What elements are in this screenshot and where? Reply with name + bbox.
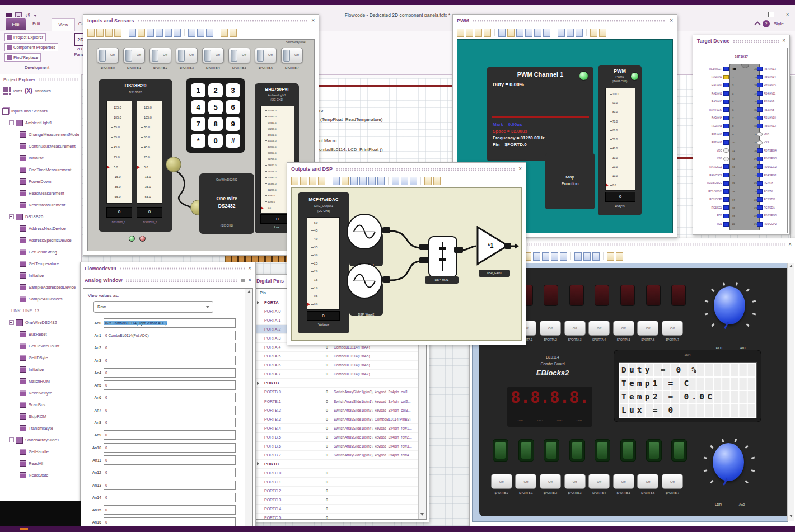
tree-item[interactable]: SwitchArraySlide1 xyxy=(2,434,80,446)
chip-pin[interactable]: RA5/AN4 xyxy=(698,114,729,123)
channel-value-field[interactable]: 0 xyxy=(104,481,236,490)
style-button[interactable]: Style xyxy=(774,21,784,26)
background-scrollbar[interactable] xyxy=(790,76,795,262)
off-toggle-button[interactable]: Off xyxy=(637,474,658,489)
channel-value-field[interactable]: 0 xyxy=(104,406,236,415)
icons-grid-icon[interactable] xyxy=(3,87,11,95)
toolbar-icon[interactable] xyxy=(156,29,163,37)
tree-expander-icon[interactable] xyxy=(9,120,14,125)
tree-item[interactable]: PowerDown xyxy=(2,176,80,187)
toolbar-icon[interactable] xyxy=(105,29,113,37)
chip-pin[interactable]: RB0/AN12 xyxy=(757,122,786,130)
toolbar-icon[interactable] xyxy=(507,29,515,37)
ldr-knob[interactable] xyxy=(704,436,752,489)
keypad-key[interactable]: 8 xyxy=(208,117,223,131)
keypad-key[interactable]: # xyxy=(226,134,240,148)
sensor-link-2[interactable]: DS18B20_2 xyxy=(134,221,166,224)
chip-pin[interactable]: RD2/CCP2 xyxy=(757,220,786,228)
chip-pin[interactable]: RB1/AN10 xyxy=(757,114,786,123)
chip-pin[interactable]: RD5/SEG2 xyxy=(757,163,786,171)
chip-pin[interactable]: RB6/AN14 xyxy=(757,73,786,82)
close-window-icon[interactable]: × xyxy=(518,166,522,172)
chip-pin[interactable]: RB7/AN13 xyxy=(757,65,786,73)
knob-ball[interactable] xyxy=(713,443,744,481)
toolbar-icon[interactable] xyxy=(525,29,532,37)
digital-pin-row[interactable]: PORTC.5 0 xyxy=(255,514,418,522)
chip-pin[interactable]: RA2/AN2 xyxy=(698,90,729,98)
toolbar-icon[interactable] xyxy=(533,252,540,261)
toolbar-icon[interactable] xyxy=(475,29,482,37)
close-window-icon[interactable]: × xyxy=(788,242,792,247)
off-toggle-button[interactable]: Off xyxy=(564,321,586,336)
variables-icon[interactable]: {X} xyxy=(25,88,32,94)
chip-pin[interactable]: RB3/AN9 xyxy=(757,97,786,106)
toolbar-icon[interactable] xyxy=(291,177,298,185)
toolbar-icon[interactable] xyxy=(359,177,367,185)
toolbar-icon[interactable] xyxy=(165,29,172,37)
inputs-window-titlebar[interactable]: Inputs and Sensors × xyxy=(83,15,319,27)
digital-pin-row[interactable]: PORTB.1 0 SwitchArraySlide1(pin1), keypa… xyxy=(255,397,418,406)
keypad-key[interactable]: 3 xyxy=(226,83,240,97)
ribbon-button[interactable]: Find/Replace xyxy=(4,53,41,62)
chip-pin[interactable]: RA6/OSC2 xyxy=(698,171,729,180)
tree-expander-icon[interactable] xyxy=(9,437,14,442)
digital-pin-row[interactable]: PORTB.3 0 SwitchArraySlide1(pin3), Combo… xyxy=(255,415,418,424)
chip-pin[interactable]: RA1/AN1 xyxy=(698,81,729,90)
chip-pin[interactable]: RD7/SEG4 xyxy=(757,147,786,155)
slide-switch[interactable]: Off xyxy=(281,48,303,63)
channel-value-field[interactable]: 0 xyxy=(104,418,236,427)
flowcode-doc-titlebar[interactable]: Flowcodev19 × xyxy=(81,262,255,275)
digital-pin-row[interactable]: PORTA.7 0 ComboBL0114(PinA7) xyxy=(255,370,418,379)
toolbar-icon[interactable] xyxy=(570,252,571,260)
toolbar-icon[interactable] xyxy=(551,252,558,261)
close-window-icon[interactable]: × xyxy=(248,266,251,271)
tree-item[interactable]: MatchROM xyxy=(2,375,80,387)
keypad-key[interactable]: 5 xyxy=(208,100,223,114)
chip-pin[interactable]: RC5/SDO xyxy=(757,196,786,204)
off-toggle-button[interactable]: Off xyxy=(613,474,634,489)
help-icon[interactable]: ? xyxy=(763,20,770,27)
digital-pin-row[interactable]: PORTA.6 0 ComboBL0114(PinA6) xyxy=(255,361,418,370)
toolbar-icon[interactable] xyxy=(114,29,121,37)
toolbar-icon[interactable] xyxy=(534,29,541,37)
tree-item[interactable]: SampleAddressedDevice xyxy=(2,281,80,293)
tab-view[interactable]: View xyxy=(52,18,75,31)
chip-pin[interactable]: RC0/SOSCO xyxy=(698,179,729,187)
toolbar-icon[interactable] xyxy=(392,177,399,185)
toolbar-icon[interactable] xyxy=(592,252,600,261)
close-window-icon[interactable]: × xyxy=(311,18,315,23)
tree-item[interactable]: Inputs and Sensors xyxy=(2,105,80,117)
off-toggle-button[interactable]: Off xyxy=(515,474,536,489)
chip-pin[interactable]: RA4/T0CKI xyxy=(698,106,729,114)
toolbar-icon[interactable] xyxy=(377,177,385,185)
digital-pin-row[interactable]: PORTB xyxy=(255,379,418,388)
chip-pin[interactable]: RE1/AN6 xyxy=(698,130,729,139)
tree-item[interactable]: BusReset xyxy=(2,328,80,340)
channel-value-field[interactable]: 0 xyxy=(104,356,236,365)
toolbar-icon[interactable] xyxy=(388,177,389,185)
toolbar-icon[interactable] xyxy=(433,177,441,185)
channel-value-field[interactable]: 0 xyxy=(104,343,236,352)
digital-pin-row[interactable]: PORTB.7 0 SwitchArraySlide1(pin7), keypa… xyxy=(255,451,418,460)
chip-pin[interactable]: RE3/MCLR xyxy=(698,65,729,73)
toolbar-icon[interactable] xyxy=(420,177,421,185)
chip-pin[interactable]: RE0/AN5 xyxy=(698,122,729,130)
toolbar-icon[interactable] xyxy=(586,29,587,36)
toolbar-icon[interactable] xyxy=(197,29,204,37)
digital-pin-row[interactable]: PORTC.4 0 xyxy=(255,505,418,514)
off-toggle-button[interactable]: Off xyxy=(491,474,512,489)
tree-item[interactable]: GetIDByte xyxy=(2,352,80,364)
tab-file[interactable]: File xyxy=(6,18,26,30)
channel-value-field[interactable]: 0 xyxy=(104,493,236,502)
slide-switch[interactable]: Off xyxy=(123,48,145,63)
tree-item[interactable]: DS18B20 xyxy=(2,211,80,223)
green-push-button[interactable] xyxy=(569,439,585,462)
toolbar-icon[interactable] xyxy=(543,29,550,37)
toolbar-icon[interactable] xyxy=(616,252,623,261)
channel-value-field[interactable]: 0 xyxy=(104,443,236,453)
tree-item[interactable]: OneWireDS2482 xyxy=(2,317,80,328)
keypad-key[interactable]: 1 xyxy=(191,83,205,97)
toolbar-icon[interactable] xyxy=(554,29,554,36)
slide-switch[interactable]: Off xyxy=(149,48,171,63)
wire-connector-1[interactable] xyxy=(166,157,181,172)
